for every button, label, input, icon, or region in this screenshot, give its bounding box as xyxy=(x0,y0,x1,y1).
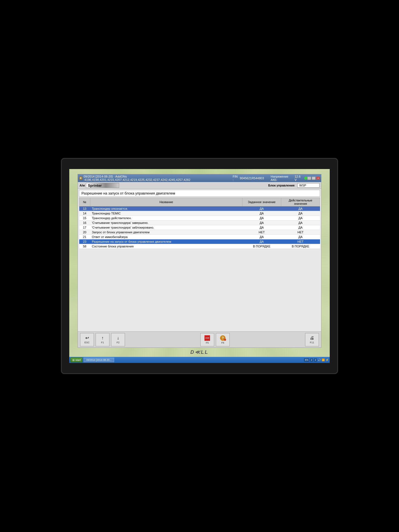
f5-label: F5 xyxy=(206,341,209,344)
voltage-value: 12.6 V xyxy=(295,175,303,181)
table-row[interactable]: 13 Транспондер опознаётся. ДА ДА xyxy=(79,206,320,211)
cell-target: ДА xyxy=(242,235,281,239)
f5-stop-button[interactable]: STOP F5 xyxy=(200,333,214,346)
cell-name: Состояние блока управления xyxy=(90,244,242,249)
up-arrow-icon: ↑ xyxy=(101,336,104,341)
cell-no: 15 xyxy=(79,216,90,221)
sys-icon-1: 2 xyxy=(310,358,313,362)
monitor: ⊕ 09/2014 [2014-08-20] - AddONs :4196,41… xyxy=(61,158,338,374)
lang-indicator: EN xyxy=(304,358,309,362)
header-area: А/м Sprinter Блок управления WSP xyxy=(78,182,321,189)
cell-target: ДА xyxy=(242,216,281,221)
cell-target: ДА xyxy=(242,221,281,225)
cell-name: Транспондер действителен. xyxy=(90,216,242,221)
sys-icon-2: 2 xyxy=(314,358,317,362)
start-label: start xyxy=(75,359,81,362)
cell-no: 14 xyxy=(79,211,90,216)
cell-actual: НЕТ xyxy=(281,230,320,235)
cell-name: Разрешение на запуск от блока управления… xyxy=(90,239,242,244)
f6-button[interactable]: ? F6 xyxy=(216,333,230,346)
cell-no: 23 xyxy=(79,239,90,244)
table-row[interactable]: 15 Транспондер действителен. ДА ДА xyxy=(79,216,320,221)
screen: ⊕ 09/2014 [2014-08-20] - AddONs :4196,41… xyxy=(69,169,330,363)
f1-button[interactable]: ↑ F1 xyxy=(96,333,109,346)
header-left: А/м Sprinter xyxy=(80,183,119,188)
f2-label: F2 xyxy=(117,341,120,344)
cell-no: 13 xyxy=(79,206,90,211)
cell-actual: ДА xyxy=(281,225,320,230)
block-value: WSP xyxy=(297,183,319,188)
start-button[interactable]: ⊞ start xyxy=(70,357,83,362)
f11-button[interactable]: 🖨 F11 xyxy=(305,333,319,346)
am-label: А/м xyxy=(80,184,85,187)
dell-brand-label: D≪LL xyxy=(190,349,209,355)
toolbar: ↩ ESC ↑ F1 ↓ F2 STOP xyxy=(78,331,321,347)
col-header-target: Заданное значение xyxy=(242,198,281,206)
down-arrow-icon: ↓ xyxy=(117,336,119,341)
voltage-label: Напряжение АКБ: xyxy=(271,175,293,181)
windows-logo-icon: ⊞ xyxy=(72,359,75,362)
cell-actual: ДА xyxy=(281,216,320,221)
cell-actual: В ПОРЯДКЕ xyxy=(281,244,320,249)
cell-actual: ДА xyxy=(281,206,320,211)
speaker-icon: 🔊 xyxy=(318,359,321,361)
table-row[interactable]: 16 'Считывание транспондера' завершено. … xyxy=(79,221,320,225)
voltage-indicator xyxy=(304,177,307,180)
cell-actual: ДА xyxy=(281,221,320,225)
help-icon: ? xyxy=(220,335,226,341)
col-header-no: № xyxy=(79,198,90,206)
col-header-name: Название xyxy=(90,198,242,206)
table-row[interactable]: 23 Разрешение на запуск от блока управле… xyxy=(79,239,320,244)
cell-actual: ДА xyxy=(281,235,320,239)
f2-button[interactable]: ↓ F2 xyxy=(111,333,125,346)
f11-label: F11 xyxy=(310,341,314,344)
data-table-container: № Название Заданное значение Действитель… xyxy=(79,198,320,331)
page-title: Разрешение на запуск от блока управления… xyxy=(79,190,320,197)
cell-no: 16 xyxy=(79,221,90,225)
cell-target: НЕТ xyxy=(242,230,281,235)
title-bar-left: ⊕ 09/2014 [2014-08-20] - AddONs :4196,41… xyxy=(79,175,307,181)
cell-no: 58 xyxy=(79,244,90,249)
network-icon: 📶 xyxy=(322,359,325,361)
cell-target: ДА xyxy=(242,206,281,211)
data-table: № Название Заданное значение Действитель… xyxy=(79,198,320,249)
taskbar-app-item[interactable]: 09/2014 [2014-08-20... xyxy=(84,358,114,362)
f1-label: F1 xyxy=(101,341,104,344)
print-icon: 🖨 xyxy=(310,336,314,341)
esc-label: ESC xyxy=(85,341,90,344)
table-row[interactable]: 58 Состояние блока управления В ПОРЯДКЕ … xyxy=(79,244,320,249)
stop-text: STOP xyxy=(205,337,209,339)
block-label: Блок управления xyxy=(268,184,295,187)
taskbar: ⊞ start 09/2014 [2014-08-20... EN 2 2 🔊 … xyxy=(69,357,330,363)
table-row[interactable]: 17 'Считывание транспондера' заблокирова… xyxy=(79,225,320,230)
esc-button[interactable]: ↩ ESC xyxy=(80,333,94,346)
cell-target: ДА xyxy=(242,211,281,216)
mb-logo-icon: ⊕ xyxy=(79,176,83,180)
window-title: 09/2014 [2014-08-20] - AddONs :4196,4198… xyxy=(84,175,221,181)
title-bar-buttons: _ □ ✕ xyxy=(307,177,320,180)
am-field: А/м Sprinter xyxy=(80,183,119,188)
table-row[interactable]: 20 Запрос от блока управления двигателем… xyxy=(79,230,320,235)
cell-target: ДА xyxy=(242,239,281,244)
taskbar-right: EN 2 2 🔊 📶 ⚡ xyxy=(304,358,329,362)
table-row[interactable]: 14 Транспондер TEMIC ДА ДА xyxy=(79,211,320,216)
maximize-button[interactable]: □ xyxy=(312,177,316,180)
title-bar: ⊕ 09/2014 [2014-08-20] - AddONs :4196,41… xyxy=(78,174,321,182)
col-header-actual: Действительные значения xyxy=(281,198,320,206)
header-right: Блок управления WSP xyxy=(268,183,319,188)
cell-no: 21 xyxy=(79,235,90,239)
main-window: ⊕ 09/2014 [2014-08-20] - AddONs :4196,41… xyxy=(78,174,321,348)
close-button[interactable]: ✕ xyxy=(316,177,320,180)
cell-name: 'Считывание транспондера' завершено. xyxy=(90,221,242,225)
cell-no: 17 xyxy=(79,225,90,230)
cell-name: 'Считывание транспондера' заблокировано. xyxy=(90,225,242,230)
power-icon: ⚡ xyxy=(326,359,329,361)
cell-name: Транспондер TEMIC xyxy=(90,211,242,216)
fin-value: 9045621R544803 xyxy=(240,177,264,180)
cell-target: В ПОРЯДКЕ xyxy=(242,244,281,249)
minimize-button[interactable]: _ xyxy=(307,177,311,180)
table-row[interactable]: 21 Ответ от иммобилайзера ДА ДА xyxy=(79,235,320,239)
car-model-value: Sprinter xyxy=(86,183,119,188)
cell-name: Ответ от иммобилайзера xyxy=(90,235,242,239)
cell-no: 20 xyxy=(79,230,90,235)
